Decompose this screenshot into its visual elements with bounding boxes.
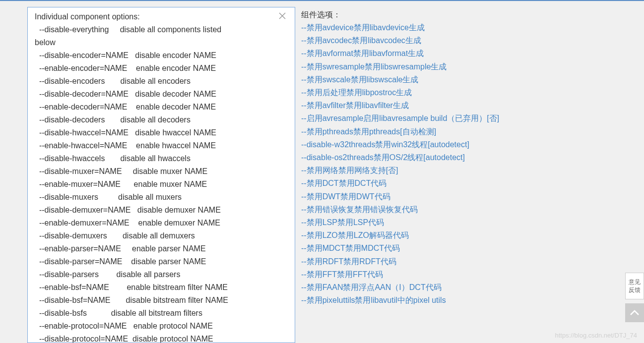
translated-line: --禁用pthreads禁用pthreads[自动检测] <box>301 125 579 138</box>
source-lines: --disable-everything disable all compone… <box>35 23 288 343</box>
source-line: --enable-decoder=NAME enable decoder NAM… <box>35 101 288 114</box>
source-line: --enable-parser=NAME enable parser NAME <box>35 242 288 255</box>
source-line: --enable-demuxer=NAME enable demuxer NAM… <box>35 217 288 229</box>
source-line: --disable-parser=NAME disable parser NAM… <box>35 255 288 268</box>
source-line: --enable-muxer=NAME enable muxer NAME <box>35 178 288 191</box>
source-line: --disable-demuxers disable all demuxers <box>35 229 288 242</box>
source-line: --enable-encoder=NAME enable encoder NAM… <box>35 62 288 75</box>
translated-line: --禁用FAAN禁用浮点AAN（I）DCT代码 <box>301 281 579 294</box>
feedback-label-2: 反馈 <box>629 286 641 294</box>
source-line: --disable-bsfs disable all bitstream fil… <box>35 307 288 320</box>
translated-line: --禁用RDFT禁用RDFT代码 <box>301 255 579 268</box>
source-line: --disable-muxers disable all muxers <box>35 191 288 204</box>
source-title: Individual component options: <box>35 12 288 21</box>
translated-line: --禁用网络禁用网络支持[否] <box>301 164 579 177</box>
source-line: --disable-hwaccels disable all hwaccels <box>35 152 288 165</box>
translated-text-panel: 组件选项： --禁用avdevice禁用libavdevice生成--禁用avc… <box>301 7 579 343</box>
feedback-button[interactable]: 意见 反馈 <box>625 273 644 299</box>
translated-line: --禁用DWT禁用DWT代码 <box>301 190 579 203</box>
translated-line: --禁用FFT禁用FFT代码 <box>301 268 579 281</box>
translated-lines: --禁用avdevice禁用libavdevice生成--禁用avcodec禁用… <box>301 21 579 307</box>
source-line: --disable-parsers disable all parsers <box>35 268 288 281</box>
translated-line: --禁用pixeluttils禁用libavutil中的pixel utils <box>301 294 579 307</box>
source-line: --disable-bsf=NAME disable bitstream fil… <box>35 294 288 307</box>
translated-line: --禁用后处理禁用libpostroc生成 <box>301 86 579 99</box>
translated-title: 组件选项： <box>301 10 579 20</box>
source-line: --disable-decoders disable all decoders <box>35 114 288 126</box>
source-line: --disable-everything disable all compone… <box>35 23 288 49</box>
source-line: --disable-encoders disable all encoders <box>35 75 288 88</box>
translated-line: --disable-os2threads禁用OS/2线程[autodetect] <box>301 151 579 164</box>
translated-line: --禁用swscale禁用libswscale生成 <box>301 73 579 86</box>
source-line: --enable-hwaccel=NAME enable hwaccel NAM… <box>35 139 288 152</box>
source-line: --disable-encoder=NAME disable encoder N… <box>35 49 288 62</box>
translated-line: --启用avresample启用libavresample build（已弃用）… <box>301 112 579 125</box>
translated-line: --disable-w32threads禁用win32线程[autodetect… <box>301 138 579 151</box>
translated-line: --禁用LSP禁用LSP代码 <box>301 216 579 229</box>
translated-line: --禁用avfilter禁用libavfilter生成 <box>301 99 579 112</box>
source-line: --disable-protocol=NAME disable protocol… <box>35 333 288 343</box>
source-line: --disable-hwaccel=NAME disable hwaccel N… <box>35 126 288 139</box>
translated-line: --禁用MDCT禁用MDCT代码 <box>301 242 579 255</box>
source-line: --enable-protocol=NAME enable protocol N… <box>35 320 288 333</box>
translated-line: --禁用swresample禁用libswresample生成 <box>301 60 579 73</box>
translated-line: --禁用avcodec禁用libavcodec生成 <box>301 34 579 47</box>
source-text-panel: Individual component options: --disable-… <box>27 7 295 343</box>
source-line: --enable-bsf=NAME enable bitstream filte… <box>35 281 288 294</box>
translated-line: --禁用avformat禁用libavformat生成 <box>301 47 579 60</box>
scroll-top-button[interactable] <box>625 303 644 322</box>
chevron-up-icon <box>630 309 640 316</box>
close-icon[interactable] <box>279 12 289 22</box>
translated-line: --禁用错误恢复禁用错误恢复代码 <box>301 203 579 216</box>
translated-line: --禁用DCT禁用DCT代码 <box>301 177 579 190</box>
source-line: --disable-muxer=NAME disable muxer NAME <box>35 165 288 178</box>
main-container: Individual component options: --disable-… <box>0 1 644 343</box>
translated-line: --禁用avdevice禁用libavdevice生成 <box>301 21 579 34</box>
source-line: --disable-decoder=NAME disable decoder N… <box>35 88 288 101</box>
source-line: --disable-demuxer=NAME disable demuxer N… <box>35 204 288 217</box>
feedback-label-1: 意见 <box>629 278 641 286</box>
translated-line: --禁用LZO禁用LZO解码器代码 <box>301 229 579 242</box>
